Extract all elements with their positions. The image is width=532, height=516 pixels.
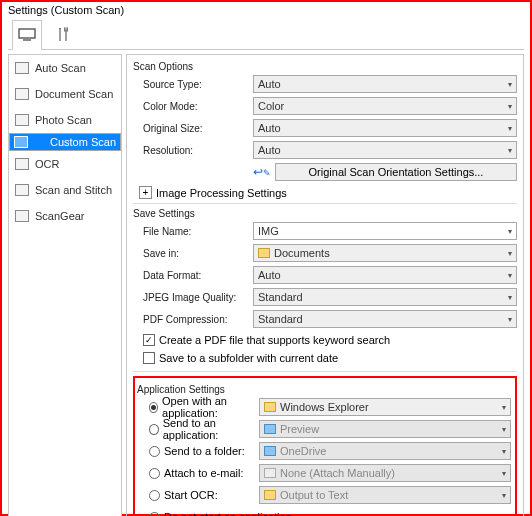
chevron-down-icon: ▾ <box>508 80 512 89</box>
radio-send-folder[interactable] <box>149 446 160 457</box>
sidebar-item-label: OCR <box>35 158 59 170</box>
ocr-icon <box>15 158 29 170</box>
select-source-type[interactable]: Auto▾ <box>253 75 517 93</box>
scan-icon <box>15 62 29 74</box>
text-icon <box>264 490 276 500</box>
checkbox-subfolder-date[interactable]: Save to a subfolder with current date <box>133 349 517 367</box>
label-pdf-compression: PDF Compression: <box>133 314 253 325</box>
sidebar-item-label: Auto Scan <box>35 62 86 74</box>
chevron-down-icon: ▾ <box>508 249 512 258</box>
photo-icon <box>15 114 29 126</box>
chevron-down-icon: ▾ <box>502 403 506 412</box>
checkbox-icon: ✓ <box>143 334 155 346</box>
sidebar-item-scan-stitch[interactable]: Scan and Stitch <box>9 177 121 203</box>
select-send-folder[interactable]: OneDrive▾ <box>259 442 511 460</box>
tab-tools[interactable] <box>48 19 78 49</box>
label-file-name: File Name: <box>133 226 253 237</box>
sidebar-item-ocr[interactable]: OCR <box>9 151 121 177</box>
sidebar-item-auto-scan[interactable]: Auto Scan <box>9 55 121 81</box>
label-save-in: Save in: <box>133 248 253 259</box>
label-source-type: Source Type: <box>133 79 253 90</box>
onedrive-icon <box>264 446 276 456</box>
section-scan-options: Scan Options <box>133 61 517 72</box>
select-save-in[interactable]: Documents▾ <box>253 244 517 262</box>
checkbox-icon <box>143 352 155 364</box>
svg-rect-0 <box>19 29 35 38</box>
chevron-down-icon: ▾ <box>508 146 512 155</box>
preview-arrow-icon[interactable]: ↩✎ <box>253 165 271 179</box>
folder-icon <box>258 248 270 258</box>
scangear-icon <box>15 210 29 222</box>
sidebar-item-label: Custom Scan <box>50 136 116 148</box>
input-file-name[interactable]: IMG▾ <box>253 222 517 240</box>
label-resolution: Resolution: <box>133 145 253 156</box>
sidebar-item-label: Photo Scan <box>35 114 92 126</box>
label-data-format: Data Format: <box>133 270 253 281</box>
main-panel: Scan Options Source Type:Auto▾ Color Mod… <box>126 54 524 516</box>
chevron-down-icon: ▾ <box>502 469 506 478</box>
radio-open-with[interactable] <box>149 402 158 413</box>
select-start-ocr[interactable]: Output to Text▾ <box>259 486 511 504</box>
preview-icon <box>264 424 276 434</box>
chevron-down-icon: ▾ <box>508 293 512 302</box>
select-resolution[interactable]: Auto▾ <box>253 141 517 159</box>
radio-send-app[interactable] <box>149 424 159 435</box>
chevron-down-icon: ▾ <box>508 102 512 111</box>
explorer-icon <box>264 402 276 412</box>
custom-icon <box>14 136 28 148</box>
label-original-size: Original Size: <box>133 123 253 134</box>
tools-icon <box>55 27 71 43</box>
chevron-down-icon: ▾ <box>508 124 512 133</box>
select-original-size[interactable]: Auto▾ <box>253 119 517 137</box>
checkbox-pdf-keyword[interactable]: ✓Create a PDF file that supports keyword… <box>133 331 517 349</box>
chevron-down-icon: ▾ <box>508 271 512 280</box>
section-save-settings: Save Settings <box>133 208 517 219</box>
document-icon <box>15 88 29 100</box>
select-data-format[interactable]: Auto▾ <box>253 266 517 284</box>
mail-icon <box>264 468 276 478</box>
sidebar-item-photo-scan[interactable]: Photo Scan <box>9 107 121 133</box>
chevron-down-icon: ▾ <box>502 447 506 456</box>
label-jpeg-quality: JPEG Image Quality: <box>133 292 253 303</box>
radio-start-ocr[interactable] <box>149 490 160 501</box>
radio-do-not-start[interactable] <box>149 512 160 517</box>
monitor-icon <box>18 28 36 42</box>
expand-image-processing[interactable]: + <box>139 186 152 199</box>
sidebar-item-label: Document Scan <box>35 88 113 100</box>
window-title: Settings (Custom Scan) <box>2 2 530 18</box>
sidebar-item-label: Scan and Stitch <box>35 184 112 196</box>
select-attach-email[interactable]: None (Attach Manually)▾ <box>259 464 511 482</box>
chevron-down-icon: ▾ <box>502 425 506 434</box>
section-app-settings: Application Settings <box>137 384 511 395</box>
chevron-down-icon: ▾ <box>508 227 512 236</box>
chevron-down-icon: ▾ <box>508 315 512 324</box>
radio-attach-email[interactable] <box>149 468 160 479</box>
sidebar-item-label: ScanGear <box>35 210 85 222</box>
stitch-icon <box>15 184 29 196</box>
sidebar-item-custom-scan[interactable]: Custom Scan <box>9 133 121 151</box>
orientation-settings-button[interactable]: Original Scan Orientation Settings... <box>275 163 517 181</box>
sidebar-item-scangear[interactable]: ScanGear <box>9 203 121 229</box>
select-send-app[interactable]: Preview▾ <box>259 420 511 438</box>
select-color-mode[interactable]: Color▾ <box>253 97 517 115</box>
select-jpeg-quality[interactable]: Standard▾ <box>253 288 517 306</box>
sidebar: Auto Scan Document Scan Photo Scan Custo… <box>8 54 122 516</box>
tab-bar <box>8 18 524 50</box>
chevron-down-icon: ▾ <box>502 491 506 500</box>
tab-scanner[interactable] <box>12 20 42 50</box>
sidebar-item-document-scan[interactable]: Document Scan <box>9 81 121 107</box>
label-image-processing: Image Processing Settings <box>156 187 287 199</box>
label-color-mode: Color Mode: <box>133 101 253 112</box>
select-open-with[interactable]: Windows Explorer▾ <box>259 398 511 416</box>
application-settings-highlight: Application Settings Open with an applic… <box>133 376 517 516</box>
select-pdf-compression[interactable]: Standard▾ <box>253 310 517 328</box>
